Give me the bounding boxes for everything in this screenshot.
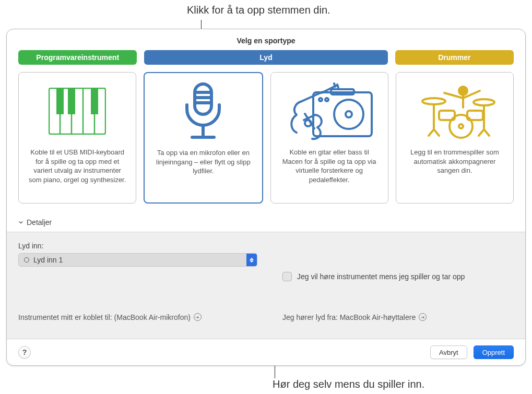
- svg-line-22: [337, 85, 338, 88]
- details-panel: Lyd inn: Lyd inn 1 Jeg vil høre instrume…: [7, 232, 525, 339]
- audio-in-dropdown[interactable]: Lyd inn 1: [18, 253, 257, 267]
- monitor-label: Jeg vil høre instrumentet mens jeg spill…: [297, 272, 465, 281]
- svg-line-33: [484, 129, 489, 136]
- chevron-down-icon: [18, 220, 23, 225]
- drummer-icon: [403, 80, 507, 142]
- microphone-icon: [151, 80, 255, 143]
- svg-rect-6: [68, 88, 75, 114]
- audio-in-value: Lyd inn 1: [33, 256, 63, 264]
- hear-from-text: Jeg hører lyd fra: MacBook Air-høyttaler…: [282, 313, 416, 321]
- instrument-connected-text: Instrumentet mitt er koblet til: (MacBoo…: [18, 313, 191, 321]
- guitar-amp-icon: [277, 80, 382, 142]
- annotation-top: Klikk for å ta opp stemmen din.: [187, 4, 330, 16]
- card-drummer[interactable]: Legg til en trommespiller som automatisk…: [396, 72, 514, 204]
- track-cards: Koble til et USB MIDI-keyboard for å spi…: [7, 65, 525, 204]
- svg-line-28: [429, 129, 434, 136]
- svg-line-32: [479, 129, 484, 136]
- svg-line-29: [434, 129, 439, 136]
- svg-rect-5: [56, 88, 64, 114]
- keyboard-icon: [25, 80, 129, 142]
- segment-drummer[interactable]: Drummer: [395, 50, 514, 65]
- card-software-desc: Koble til et USB MIDI-keyboard for å spi…: [25, 148, 129, 184]
- input-channel-icon: [24, 257, 29, 262]
- svg-rect-7: [91, 88, 98, 114]
- dialog-title: Velg en sportype: [7, 29, 525, 50]
- dialog-window: Velg en sportype Programvareinstrument L…: [6, 29, 526, 366]
- segment-software-instrument[interactable]: Programvareinstrument: [18, 50, 137, 65]
- monitor-checkbox[interactable]: [282, 272, 292, 281]
- card-guitar-desc: Koble en gitar eller bass til Macen for …: [277, 148, 382, 184]
- card-mic-desc: Ta opp via en mikrofon eller en linjeinn…: [151, 148, 255, 176]
- dropdown-stepper-icon: [246, 254, 257, 266]
- svg-line-21: [334, 83, 335, 87]
- help-button[interactable]: ?: [18, 346, 31, 359]
- arrow-right-circle-icon[interactable]: ➔: [419, 313, 427, 321]
- details-toggle[interactable]: Detaljer: [7, 204, 525, 232]
- svg-line-20: [322, 86, 336, 93]
- card-microphone[interactable]: Ta opp via en mikrofon eller en linjeinn…: [144, 72, 263, 204]
- segment-audio[interactable]: Lyd: [144, 50, 387, 65]
- track-type-segmented: Programvareinstrument Lyd Drummer: [7, 50, 525, 65]
- audio-in-label: Lyd inn:: [18, 242, 257, 250]
- create-button[interactable]: Opprett: [474, 345, 514, 359]
- svg-point-17: [346, 111, 352, 117]
- dialog-footer: ? Avbryt Opprett: [7, 339, 525, 365]
- details-label: Detaljer: [27, 218, 52, 226]
- arrow-right-circle-icon[interactable]: ➔: [194, 313, 202, 321]
- svg-point-37: [459, 124, 463, 128]
- card-drummer-desc: Legg til en trommespiller som automatisk…: [403, 148, 507, 175]
- card-guitar[interactable]: Koble en gitar eller bass til Macen for …: [270, 72, 388, 204]
- svg-point-36: [450, 115, 472, 138]
- cancel-button[interactable]: Avbryt: [430, 345, 467, 359]
- card-software-instrument[interactable]: Koble til et USB MIDI-keyboard for å spi…: [18, 72, 136, 204]
- annotation-bottom: Hør deg selv mens du spiller inn.: [273, 378, 424, 390]
- svg-point-25: [458, 86, 468, 96]
